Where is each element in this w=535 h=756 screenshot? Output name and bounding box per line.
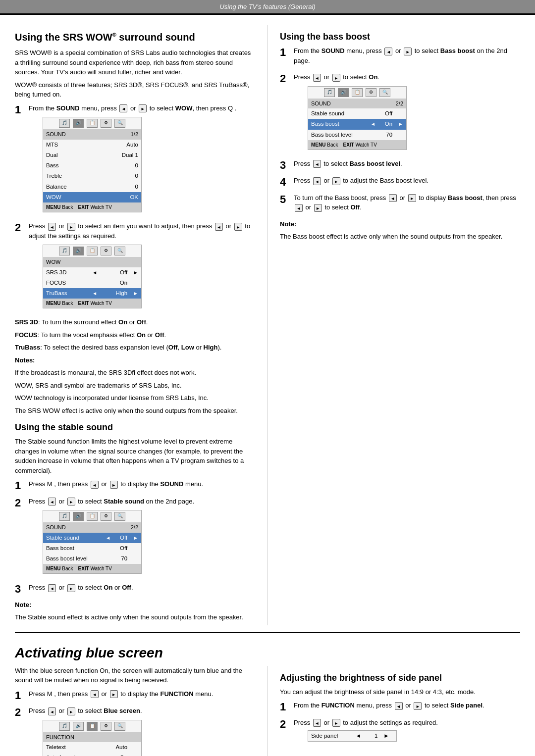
step-item: 1 From the FUNCTION menu, press ◄ or ► t… [280, 701, 520, 713]
left-column: Using the SRS WOW® surround sound SRS WO… [15, 25, 268, 625]
stable-sound-desc: The Stable sound function limits the hig… [15, 437, 255, 475]
menu-icon-1: 🎵 [59, 119, 70, 128]
bb-btn8: ◄ [389, 194, 397, 202]
step-item: 2 Press ◄ or ► to select On. 🎵 🔊 📋 ⚙ 🔍 [280, 72, 520, 155]
fmi2: 🔊 [73, 722, 84, 731]
smi4: ⚙ [101, 512, 111, 521]
menu-icons-2: 🎵 🔊 📋 ⚙ 🔍 [43, 245, 141, 257]
fmi4: ⚙ [101, 722, 111, 731]
wow-menu-title: WOW [43, 257, 141, 267]
step-item: 3 Press ◄ to select Bass boost level. [280, 159, 520, 172]
step-item: 2 Press ◄ or ► to select an item you wan… [15, 221, 255, 313]
activating-steps: 1 Press M , then press ◄ or ► to display… [15, 689, 255, 756]
menu-icon-5: 🔍 [114, 119, 125, 128]
step-item: 1 Press M , then press ◄ or ► to display… [15, 689, 255, 702]
activating-title: Activating blue screen [15, 645, 520, 661]
bass-menu-title: SOUND 2/2 [308, 99, 406, 109]
activating-right: Adjusting the brightness of side panel Y… [268, 666, 520, 756]
function-menu-box: 🎵 🔊 📋 ⚙ 🔍 FUNCTION [43, 720, 142, 756]
bmi4: ⚙ [366, 88, 376, 97]
activating-section: Activating blue screen With the blue scr… [15, 632, 520, 756]
activating-cols: With the blue screen function On, the sc… [15, 666, 520, 756]
focus-desc: FOCUS: To turn the vocal emphasis effect… [15, 330, 255, 340]
sp-btn1: ◄ [395, 702, 403, 710]
menu-icons: 🎵 🔊 📋 ⚙ 🔍 [43, 117, 141, 129]
sound-menu-box-1: 🎵 🔊 📋 ⚙ 🔍 SOUND 1/2 MTSAuto Dual [43, 117, 142, 212]
bb-btn9: ► [408, 194, 416, 202]
bass-boost-title: Using the bass boost [280, 32, 520, 42]
side-panel-menu-box: Side panel ◄ 1 ► [308, 730, 397, 742]
header-text: Using the TV's features (General) [219, 3, 315, 10]
btn-right: ► [67, 223, 75, 231]
bmi1: 🎵 [324, 88, 335, 97]
sp-btn2: ► [414, 702, 422, 710]
smi1: 🎵 [59, 512, 70, 521]
stable-table: Stable sound◄Off► Bass boostOff Bass boo… [43, 533, 141, 564]
step-item: 1 From the SOUND menu, press ◄ or ► to s… [280, 46, 520, 68]
stable-menu-icons: 🎵 🔊 📋 ⚙ 🔍 [43, 510, 141, 522]
fmi1: 🎵 [59, 722, 70, 731]
ab-btn4: ► [67, 707, 75, 715]
srs-wow-intro2: WOW® consists of three features; SRS 3D®… [15, 80, 255, 100]
bass-menu-box: 🎵 🔊 📋 ⚙ 🔍 SOUND 2/2 Stable soundOff [308, 86, 407, 150]
step-item: 2 Press ◄ or ► to adjust the settings as… [280, 718, 520, 746]
ab-btn3: ◄ [48, 707, 56, 715]
stable-menu-footer: MENU Back EXIT Watch TV [43, 564, 141, 573]
step-item: 1 From the SOUND menu, press ◄ or ► to s… [15, 103, 255, 218]
mi1: 🎵 [59, 247, 70, 255]
side-panel-title: Adjusting the brightness of side panel [280, 673, 520, 683]
stable-sound-title: Using the stable sound [15, 422, 255, 433]
step-item: 2 Press ◄ or ► to select Stable sound on… [15, 497, 255, 579]
mi4: ⚙ [101, 247, 111, 255]
activating-desc: With the blue screen function On, the sc… [15, 666, 255, 685]
menu-table-1: MTSAuto DualDual 1 Bass0 Treble0 Balance… [43, 140, 141, 203]
activating-left: With the blue screen function On, the sc… [15, 666, 268, 756]
ss-btn1: ◄ [91, 481, 99, 489]
side-panel-desc: You can adjust the brightness of side pa… [280, 687, 520, 697]
right-column: Using the bass boost 1 From the SOUND me… [268, 25, 520, 625]
bb-btn11: ► [314, 204, 322, 212]
wow-menu-box: 🎵 🔊 📋 ⚙ 🔍 WOW SRS 3D◄Off► FOCUS [43, 245, 142, 308]
ss-btn5: ◄ [48, 584, 56, 592]
page-header: Using the TV's features (General) [0, 0, 535, 13]
ss-btn4: ► [67, 498, 75, 505]
right-btn-icon: ► [139, 104, 147, 112]
bass-note: Note: The Bass boost effect is active on… [280, 219, 520, 242]
wow-menu-footer: MENU Back EXIT Watch TV [43, 299, 141, 308]
smi2: 🔊 [73, 512, 84, 521]
btn-right2: ► [234, 223, 242, 231]
smi3: 📋 [87, 512, 98, 521]
fmi3: 📋 [87, 722, 98, 731]
stable-note: Note: The Stable sound effect is active … [15, 600, 255, 622]
bb-btn10: ◄ [295, 204, 303, 212]
bb-btn6: ◄ [313, 177, 321, 185]
bb-btn3: ◄ [313, 74, 321, 82]
side-panel-steps: 1 From the FUNCTION menu, press ◄ or ► t… [280, 701, 520, 746]
stable-sound-steps: 1 Press M , then press ◄ or ► to display… [15, 479, 255, 596]
btn-left: ◄ [48, 223, 56, 231]
menu-footer-1: MENU Back EXIT Watch TV [43, 202, 141, 212]
bb-btn1: ◄ [384, 48, 392, 55]
srs-notes: Notes: If the broadcast is monaural, the… [15, 355, 255, 416]
srs-wow-title: Using the SRS WOW® surround sound [15, 32, 255, 43]
stable-menu-box: 🎵 🔊 📋 ⚙ 🔍 SOUND 2/2 Stable sound◄Off► [43, 510, 142, 574]
step-item: 3 Press ◄ or ► to select On or Off. [15, 583, 255, 596]
fmi5: 🔍 [114, 722, 125, 731]
smi5: 🔍 [114, 512, 125, 521]
bass-menu-icons: 🎵 🔊 📋 ⚙ 🔍 [308, 87, 406, 99]
bmi3: 📋 [352, 88, 363, 97]
bb-btn4: ► [332, 74, 340, 82]
func-menu-title: FUNCTION [43, 732, 141, 743]
mi3: 📋 [87, 247, 98, 255]
ss-btn6: ► [67, 584, 75, 592]
step-item: 4 Press ◄ or ► to adjust the Bass boost … [280, 176, 520, 189]
mi2: 🔊 [73, 247, 84, 255]
trubass-desc: TruBass: To select the desired bass expa… [15, 343, 255, 353]
ss-btn3: ◄ [48, 498, 56, 505]
sp-btn3: ◄ [313, 719, 321, 727]
step-item: 5 To turn off the Bass boost, press ◄ or… [280, 193, 520, 215]
menu-icon-3: 📋 [87, 119, 98, 128]
left-btn-icon: ◄ [119, 104, 127, 112]
bass-boost-steps: 1 From the SOUND menu, press ◄ or ► to s… [280, 46, 520, 215]
bb-btn7: ► [332, 177, 340, 185]
